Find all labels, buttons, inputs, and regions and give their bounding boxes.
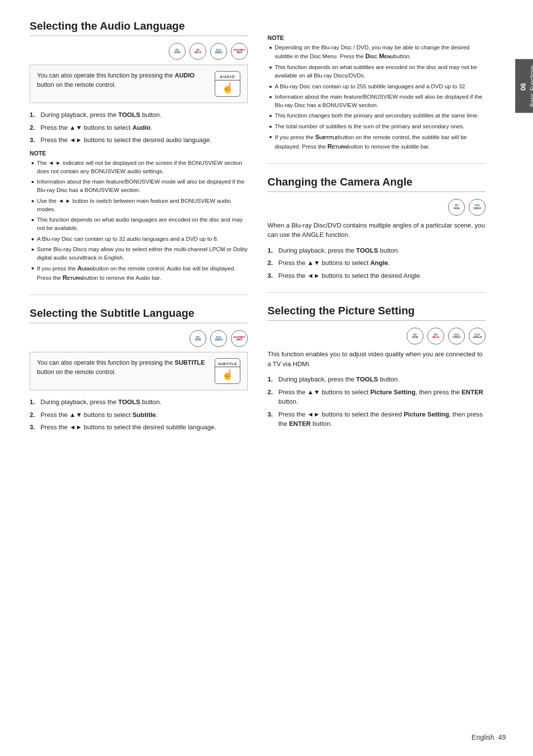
audio-section-title: Selecting the Audio Language (30, 20, 248, 36)
section-picture: Selecting the Picture Setting BD ROM BD … (267, 304, 486, 429)
divider-picture (267, 292, 486, 293)
badge-bd-rom-picture: BD ROM (407, 328, 423, 344)
audio-step-3: 3. Press the ◄► buttons to select the de… (30, 135, 248, 145)
badge-bd-rom-subtitle: BD ROM (190, 330, 206, 347)
left-column: Selecting the Audio Language BD ROM BD R… (30, 20, 248, 435)
section-audio: Selecting the Audio Language BD ROM BD R… (30, 20, 248, 283)
subtitle-steps: 1. During playback, press the TOOLS butt… (30, 397, 248, 432)
camera-step-1: 1. During playback, press the TOOLS butt… (267, 246, 486, 256)
badge-bd-rom-camera: BD ROM (448, 199, 465, 216)
subtitle-note-right-item-5: This function changes both the primary a… (267, 112, 486, 120)
main-content: Selecting the Audio Language BD ROM BD R… (0, 0, 515, 756)
right-column: NOTE Depending on the Blu-ray Disc / DVD… (267, 20, 486, 435)
subtitle-note-right-item-4: Information about the main feature/BONUS… (267, 93, 486, 110)
picture-step-3: 3. Press the ◄► buttons to select the de… (267, 410, 486, 429)
badge-divx-audio: DivX/MKV /MP4 (231, 43, 248, 60)
subtitle-step-2: 2. Press the ▲▼ buttons to select Subtit… (30, 410, 248, 420)
picture-intro: This function enables you to adjust vide… (267, 349, 486, 369)
subtitle-step-3: 3. Press the ◄► buttons to select the de… (30, 422, 248, 432)
picture-section-title: Selecting the Picture Setting (267, 304, 486, 321)
badge-dvd-video-audio: DVD VIDEO (210, 43, 227, 60)
audio-note-item-2: Information about the main feature/BONUS… (30, 178, 248, 195)
camera-section-title: Changing the Camera Angle (267, 176, 486, 192)
picture-steps: 1. During playback, press the TOOLS butt… (267, 375, 486, 429)
chapter-tab: 06 Basic Functions (515, 59, 533, 113)
subtitle-note-right-title: NOTE (267, 35, 486, 41)
audio-note-item-4: This function depends on what audio lang… (30, 216, 248, 233)
camera-steps: 1. During playback, press the TOOLS butt… (267, 246, 486, 281)
camera-step-3: 3. Press the ◄► buttons to select the de… (267, 271, 486, 281)
subtitle-note-right-item-3: A Blu-ray Disc can contain up to 255 sub… (267, 82, 486, 91)
badge-dvd-rw-r-picture: DVD +RW/+R (469, 328, 486, 344)
audio-note-item-6: Some Blu-ray Discs may allow you to sele… (30, 245, 248, 263)
section-camera: Changing the Camera Angle BD ROM DVD VID… (267, 176, 486, 281)
badge-bd-re-r-audio: BD RE/-R (190, 43, 206, 60)
page: 06 Basic Functions Selecting the Audio L… (0, 0, 533, 756)
audio-step-1: 1. During playback, press the TOOLS butt… (30, 110, 248, 120)
footer-page-number: 49 (498, 733, 506, 741)
audio-note-item-1: The ◄ ► indicator will not be displayed … (30, 159, 248, 176)
audio-note-item-5: A Blu-ray Disc can contain up to 32 audi… (30, 235, 248, 243)
badge-bd-re-r-picture: BD RE/-R (427, 328, 444, 344)
subtitle-info-box: You can also operate this function by pr… (30, 352, 248, 390)
subtitle-note-right-item-1: Depending on the Blu-ray Disc / DVD, you… (267, 43, 486, 61)
picture-step-1: 1. During playback, press the TOOLS butt… (267, 375, 486, 384)
audio-note-list: The ◄ ► indicator will not be displayed … (30, 159, 248, 283)
footer-language: English (472, 733, 495, 741)
subtitle-note-right-item-2: This function depends on what subtitles … (267, 63, 486, 80)
subtitle-button-image: SUBTITLE ☝ (215, 358, 240, 384)
chapter-title: Basic Functions (529, 65, 533, 107)
subtitle-note-right-item-6: The total number of subtitles is the sum… (267, 122, 486, 131)
divider-subtitle (30, 295, 248, 295)
audio-steps: 1. During playback, press the TOOLS butt… (30, 110, 248, 145)
audio-note: NOTE The ◄ ► indicator will not be displ… (30, 150, 248, 283)
picture-disc-badges: BD ROM BD RE/-R DVD VIDEO DVD (267, 328, 486, 344)
badge-dvd-video-camera: DVD VIDEO (469, 199, 486, 216)
camera-intro: When a Blu-ray Disc/DVD contains multipl… (267, 221, 486, 240)
camera-step-2: 2. Press the ▲▼ buttons to select Angle. (267, 258, 486, 268)
two-column-layout: Selecting the Audio Language BD ROM BD R… (30, 20, 486, 435)
subtitle-disc-badges: BD ROM DVD VIDEO DivX/MKV /MP4 (30, 330, 248, 347)
chapter-number: 06 (519, 83, 527, 91)
picture-step-2: 2. Press the ▲▼ buttons to select Pictur… (267, 387, 486, 407)
audio-note-item-7: If you press the Audiobutton on the remo… (30, 264, 248, 283)
badge-dvd-video-picture: DVD VIDEO (448, 328, 465, 344)
audio-info-box: You can also operate this function by pr… (30, 65, 248, 103)
subtitle-note-right: NOTE Depending on the Blu-ray Disc / DVD… (267, 35, 486, 151)
camera-disc-badges: BD ROM DVD VIDEO (267, 199, 486, 216)
subtitle-note-right-item-7: If you press the Subtitlebutton on the r… (267, 133, 486, 151)
subtitle-note-right-list: Depending on the Blu-ray Disc / DVD, you… (267, 43, 486, 151)
subtitle-info-text: You can also operate this function by pr… (37, 358, 209, 377)
badge-bd-rom-audio: BD ROM (169, 43, 186, 60)
audio-step-2: 2. Press the ▲▼ buttons to select Audio. (30, 123, 248, 133)
subtitle-section-title: Selecting the Subtitle Language (30, 307, 248, 323)
divider-camera (267, 163, 486, 164)
audio-info-text: You can also operate this function by pr… (37, 71, 209, 90)
audio-note-title: NOTE (30, 150, 248, 157)
audio-disc-badges: BD ROM BD RE/-R DVD VIDEO DivX/MKV (30, 43, 248, 60)
section-subtitle: Selecting the Subtitle Language BD ROM D… (30, 307, 248, 432)
page-footer: English 49 (472, 733, 506, 741)
subtitle-step-1: 1. During playback, press the TOOLS butt… (30, 397, 248, 407)
badge-divx-subtitle: DivX/MKV /MP4 (231, 330, 248, 347)
badge-dvd-video-subtitle: DVD VIDEO (210, 330, 227, 347)
audio-note-item-3: Use the ◄ ► button to switch between mai… (30, 197, 248, 214)
audio-button-image: AUDIO ☝ (215, 71, 240, 97)
